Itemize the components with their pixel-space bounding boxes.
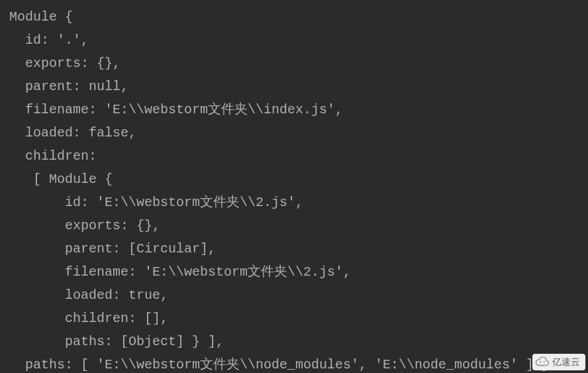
code-line: filename: 'E:\\webstorm文件夹\\2.js', [9, 264, 351, 280]
watermark-badge: 亿速云 [532, 354, 585, 370]
svg-point-0 [540, 361, 541, 362]
code-line: children: [9, 148, 97, 164]
code-line: parent: null, [9, 79, 128, 94]
code-line: children: [], [9, 311, 168, 326]
code-line: paths: [ 'E:\\webstorm文件夹\\node_modules'… [9, 357, 550, 372]
svg-point-1 [544, 361, 545, 362]
code-line: id: '.', [9, 32, 89, 48]
code-line: id: 'E:\\webstorm文件夹\\2.js', [9, 195, 303, 210]
code-line: parent: [Circular], [9, 241, 216, 256]
code-line: exports: {}, [9, 218, 160, 233]
code-line: loaded: true, [9, 288, 168, 303]
code-line: exports: {}, [9, 56, 121, 71]
cloud-icon [535, 355, 550, 369]
watermark-text: 亿速云 [552, 356, 580, 368]
code-line: loaded: false, [9, 125, 136, 140]
code-line: filename: 'E:\\webstorm文件夹\\index.js', [9, 102, 343, 117]
code-block: Module { id: '.', exports: {}, parent: n… [0, 0, 588, 373]
code-line: Module { [9, 9, 73, 25]
code-line: [ Module { [9, 172, 113, 187]
code-line: paths: [Object] } ], [9, 334, 224, 349]
